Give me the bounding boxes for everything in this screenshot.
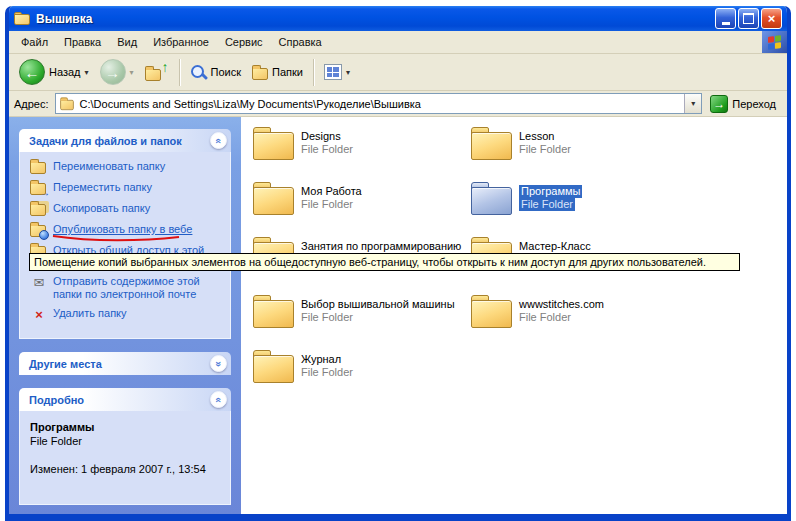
views-dropdown-icon[interactable]: ▾ bbox=[346, 68, 350, 77]
collapse-chevron-icon[interactable]: « bbox=[210, 132, 227, 149]
toolbar-separator bbox=[313, 59, 314, 86]
task-move-folder[interactable]: → Переместить папку bbox=[30, 181, 226, 196]
email-icon: ✉ bbox=[30, 275, 48, 290]
file-item-wwwstitches[interactable]: wwwstitches.com File Folder bbox=[471, 295, 604, 328]
go-button[interactable]: → Переход bbox=[708, 94, 782, 114]
folders-icon bbox=[252, 68, 268, 80]
panel-details-body: Программы File Folder Изменен: 1 февраля… bbox=[19, 411, 231, 505]
menu-tools[interactable]: Сервис bbox=[217, 33, 271, 51]
panel-details: Подробно « Программы File Folder Изменен… bbox=[19, 388, 231, 505]
file-name: Занятия по программированию bbox=[301, 240, 461, 253]
go-label: Переход bbox=[732, 98, 776, 110]
file-type: File Folder bbox=[519, 143, 571, 156]
file-name: Designs bbox=[301, 130, 353, 143]
close-button[interactable]: × bbox=[761, 8, 782, 29]
menu-help[interactable]: Справка bbox=[271, 33, 330, 51]
window-controls: × bbox=[715, 8, 782, 29]
task-email-folder[interactable]: ✉ Отправить содержимое этой папки по эле… bbox=[30, 275, 226, 301]
up-folder-icon: ↑ bbox=[145, 62, 169, 82]
toolbar-separator bbox=[179, 59, 180, 86]
panel-file-tasks: Задачи для файлов и папок « Переименоват… bbox=[19, 129, 231, 339]
title-bar: Вышивка × bbox=[9, 6, 787, 31]
menu-edit[interactable]: Правка bbox=[56, 33, 109, 51]
file-type: File Folder bbox=[519, 198, 575, 211]
forward-button[interactable]: → ▾ bbox=[96, 57, 138, 87]
folder-icon-selected bbox=[471, 182, 513, 215]
task-copy-folder[interactable]: Скопировать папку bbox=[30, 202, 226, 217]
content-area: Задачи для файлов и папок « Переименоват… bbox=[9, 117, 787, 514]
panel-details-title: Подробно bbox=[29, 394, 84, 406]
file-type: File Folder bbox=[519, 311, 604, 324]
address-path: C:\Documents and Settings\Liza\My Docume… bbox=[80, 98, 421, 110]
panel-file-tasks-header[interactable]: Задачи для файлов и папок « bbox=[19, 129, 231, 152]
task-delete-folder[interactable]: × Удалить папку bbox=[30, 307, 226, 322]
file-type: File Folder bbox=[301, 311, 455, 324]
window-title: Вышивка bbox=[36, 12, 92, 26]
details-modified: Изменен: 1 февраля 2007 г., 13:54 bbox=[30, 463, 226, 475]
task-publish-folder[interactable]: Опубликовать папку в вебе bbox=[30, 223, 226, 238]
go-icon: → bbox=[710, 95, 728, 113]
rename-folder-icon bbox=[30, 160, 48, 175]
file-item-zhurnal[interactable]: Журнал File Folder bbox=[253, 350, 353, 383]
file-name: Выбор вышивальной машины bbox=[301, 298, 455, 311]
file-item-vybor-mashiny[interactable]: Выбор вышивальной машины File Folder bbox=[253, 295, 455, 328]
delete-icon: × bbox=[30, 307, 48, 322]
copy-folder-icon bbox=[30, 202, 48, 217]
address-label: Адрес: bbox=[14, 98, 49, 110]
file-item-moya-rabota[interactable]: Моя Работа File Folder bbox=[253, 182, 362, 215]
folder-icon bbox=[471, 295, 513, 328]
panel-other-places: Другие места » bbox=[19, 352, 231, 375]
forward-dropdown-icon[interactable]: ▾ bbox=[130, 68, 134, 77]
file-type: File Folder bbox=[301, 366, 353, 379]
back-dropdown-icon[interactable]: ▾ bbox=[85, 68, 89, 77]
file-item-designs[interactable]: Designs File Folder bbox=[253, 127, 353, 160]
expand-chevron-icon[interactable]: » bbox=[210, 355, 227, 372]
move-folder-icon: → bbox=[30, 181, 48, 196]
folders-label: Папки bbox=[272, 66, 303, 78]
up-button[interactable]: ↑ bbox=[141, 60, 173, 84]
folder-icon bbox=[253, 127, 295, 160]
panel-other-places-title: Другие места bbox=[29, 358, 102, 370]
minimize-button[interactable] bbox=[715, 8, 736, 29]
search-button[interactable]: Поиск bbox=[186, 62, 245, 83]
views-button[interactable]: ▾ bbox=[320, 62, 354, 82]
panel-details-header[interactable]: Подробно « bbox=[19, 388, 231, 411]
file-name: Журнал bbox=[301, 353, 353, 366]
back-button[interactable]: ← Назад ▾ bbox=[15, 57, 93, 87]
window-folder-icon bbox=[14, 12, 31, 26]
search-icon bbox=[190, 64, 207, 81]
file-name: Lesson bbox=[519, 130, 571, 143]
file-type: File Folder bbox=[301, 198, 362, 211]
toolbar: ← Назад ▾ → ▾ ↑ Поиск Папки bbox=[9, 54, 787, 91]
search-label: Поиск bbox=[211, 66, 241, 78]
details-name: Программы bbox=[30, 421, 226, 433]
tooltip: Помещение копий выбранных элементов на о… bbox=[29, 253, 740, 271]
file-name: Программы bbox=[519, 185, 582, 198]
panel-file-tasks-title: Задачи для файлов и папок bbox=[29, 135, 182, 147]
panel-other-places-header[interactable]: Другие места » bbox=[19, 352, 231, 375]
maximize-button[interactable] bbox=[738, 8, 759, 29]
explorer-window: Вышивка × Файл Правка Вид Избранное Серв… bbox=[5, 6, 791, 521]
address-input[interactable]: C:\Documents and Settings\Liza\My Docume… bbox=[55, 93, 703, 114]
menu-favorites[interactable]: Избранное bbox=[145, 33, 217, 51]
back-label: Назад bbox=[49, 66, 81, 78]
file-type: File Folder bbox=[301, 143, 353, 156]
file-name: Мастер-Класс bbox=[519, 240, 591, 253]
folder-icon bbox=[253, 295, 295, 328]
forward-icon: → bbox=[100, 59, 126, 85]
task-rename-folder[interactable]: Переименовать папку bbox=[30, 160, 226, 175]
menu-view[interactable]: Вид bbox=[109, 33, 145, 51]
menu-file[interactable]: Файл bbox=[13, 33, 56, 51]
menu-bar: Файл Правка Вид Избранное Сервис Справка bbox=[9, 31, 787, 54]
address-bar: Адрес: C:\Documents and Settings\Liza\My… bbox=[9, 91, 787, 117]
folders-button[interactable]: Папки bbox=[248, 62, 307, 82]
file-item-programmy-selected[interactable]: Программы File Folder bbox=[471, 182, 582, 215]
file-name: wwwstitches.com bbox=[519, 298, 604, 311]
publish-folder-icon bbox=[30, 223, 48, 238]
file-name: Моя Работа bbox=[301, 185, 362, 198]
address-dropdown-button[interactable]: ▾ bbox=[684, 94, 701, 113]
collapse-chevron-icon[interactable]: « bbox=[210, 391, 227, 408]
folder-icon bbox=[471, 127, 513, 160]
file-list: Designs File Folder Lesson File Folder М… bbox=[241, 117, 787, 514]
file-item-lesson[interactable]: Lesson File Folder bbox=[471, 127, 571, 160]
